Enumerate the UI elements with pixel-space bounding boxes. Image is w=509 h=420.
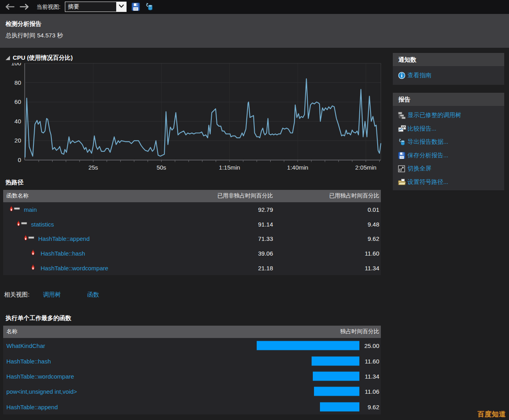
cpu-section-title: CPU (使用情况百分比) — [6, 54, 73, 62]
svg-text:1:15min: 1:15min — [219, 164, 240, 171]
exclusive-percent: 9.48 — [368, 221, 379, 227]
svg-text:1:40min: 1:40min — [287, 164, 308, 171]
hot-path-row: HashTable::append71.339.62 — [3, 231, 381, 246]
link-call-tree[interactable]: 调用树 — [43, 291, 61, 299]
report-action-item-0[interactable]: 显示已修整的调用树 — [393, 109, 504, 122]
hot-path-table-body: main92.790.01statistics91.149.48HashTabl… — [3, 202, 381, 275]
function-link[interactable]: statistics — [31, 221, 54, 227]
inclusive-percent: 71.33 — [258, 235, 273, 242]
report-action-item-label[interactable]: 导出报告数据... — [408, 138, 449, 146]
chevron-glyph — [117, 2, 125, 12]
toolbar: 当前视图: 摘要 — [0, 0, 509, 14]
link-functions[interactable]: 函数 — [87, 291, 99, 299]
flame-icon — [30, 264, 36, 272]
report-action-item-label[interactable]: 设置符号路径... — [408, 178, 449, 186]
compare-reports-icon — [398, 125, 408, 132]
hot-path-icon — [16, 220, 27, 228]
inclusive-percent: 91.14 — [258, 221, 273, 227]
notification-item-label[interactable]: 查看指南 — [408, 72, 431, 79]
top-function-row: WhatKindChar25.00 — [3, 338, 381, 353]
exclusive-time-bar — [257, 341, 359, 350]
function-link[interactable]: pow<int,unsigned int,void> — [6, 388, 77, 395]
fullscreen-icon — [398, 165, 408, 172]
hot-path-row: main92.790.01 — [3, 202, 381, 217]
report-action-item-5[interactable]: 设置符号路径... — [393, 176, 504, 189]
hot-path-table: 函数名称 已用非独占时间百分比 已用独占时间百分比 main92.790.01s… — [3, 190, 381, 275]
col-exclusive-time: 独占时间百分比 — [340, 328, 379, 335]
chevron-down-icon[interactable] — [116, 2, 126, 12]
function-link[interactable]: HashTable::append — [38, 235, 90, 242]
report-panel-body: 显示已修整的调用树比较报告...导出报告数据...保存分析报告...切换全屏设置… — [393, 106, 504, 190]
svg-text:40: 40 — [14, 118, 21, 125]
profiler-summary-screen: 当前视图: 摘要 检测分析报告 总执行时间 54.573 秒 CPU (使用情况… — [0, 0, 509, 420]
notifications-panel-header: 通知数 — [393, 53, 504, 66]
svg-text:80: 80 — [14, 79, 21, 86]
save-report-button[interactable] — [131, 2, 140, 13]
export-data-icon — [398, 138, 408, 146]
svg-text:100: 100 — [11, 63, 21, 66]
report-action-item-label[interactable]: 保存分析报告... — [408, 152, 449, 159]
exclusive-percent: 11.06 — [365, 388, 379, 395]
related-views: 相关视图: 调用树 函数 — [0, 291, 382, 301]
col-name: 名称 — [6, 328, 18, 335]
exclusive-time-bar — [312, 356, 359, 365]
hot-path-table-header: 函数名称 已用非独占时间百分比 已用独占时间百分比 — [3, 190, 381, 202]
hot-path-row: HashTable::wordcompare21.1811.34 — [3, 260, 381, 275]
hot-path-title: 热路径 — [6, 179, 23, 186]
function-link[interactable]: HashTable::append — [6, 403, 58, 410]
svg-text:50s: 50s — [156, 164, 166, 171]
top-function-row: pow<int,unsigned int,void>11.06 — [3, 384, 381, 399]
top-function-row: HashTable::append9.62 — [3, 399, 381, 414]
function-link[interactable]: main — [24, 206, 37, 213]
report-action-item-label[interactable]: 比较报告... — [408, 125, 437, 133]
flame-icon — [30, 250, 36, 257]
notifications-panel-body: 查看指南 — [393, 66, 504, 85]
hot-path-icon — [9, 206, 20, 213]
svg-text:20: 20 — [14, 137, 21, 144]
report-action-item-3[interactable]: 保存分析报告... — [393, 149, 504, 162]
exclusive-percent: 11.34 — [365, 373, 379, 379]
function-link[interactable]: HashTable::hash — [6, 357, 51, 364]
current-view-label: 当前视图: — [37, 0, 60, 14]
call-tree-icon — [398, 112, 408, 119]
function-link[interactable]: WhatKindChar — [6, 342, 45, 349]
hot-path-icon — [23, 235, 35, 242]
save-report-icon — [398, 152, 408, 159]
function-link[interactable]: HashTable::hash — [41, 250, 85, 257]
svg-text:2:05min: 2:05min — [355, 164, 376, 171]
top-function-row: HashTable::hash11.60 — [3, 353, 381, 368]
back-button[interactable] — [5, 3, 15, 12]
function-link[interactable]: HashTable::wordcompare — [41, 264, 108, 271]
exclusive-percent: 25.00 — [364, 342, 379, 349]
top-functions-table: 名称 独占时间百分比 WhatKindChar25.00HashTable::h… — [3, 326, 381, 414]
svg-text:60: 60 — [14, 98, 21, 105]
notification-item-0[interactable]: 查看指南 — [393, 69, 504, 82]
forward-button[interactable] — [19, 3, 29, 12]
report-action-item-4[interactable]: 切换全屏 — [393, 162, 504, 176]
function-link[interactable]: HashTable::wordcompare — [6, 373, 74, 379]
total-time-text: 总执行时间 54.573 秒 — [6, 32, 63, 39]
export-data-button[interactable] — [145, 2, 154, 13]
hot-path-row: HashTable::hash39.0611.60 — [3, 246, 381, 261]
watermark: 百度知道 — [478, 410, 506, 419]
svg-text:25s: 25s — [88, 164, 98, 171]
exclusive-percent: 11.60 — [365, 357, 379, 364]
report-title: 检测分析报告 — [6, 20, 41, 28]
exclusive-percent: 9.62 — [368, 235, 379, 242]
export-icon — [145, 6, 154, 12]
svg-text:0: 0 — [18, 156, 21, 163]
report-action-item-label[interactable]: 显示已修整的调用树 — [408, 111, 461, 119]
top-functions-table-header: 名称 独占时间百分比 — [3, 326, 381, 338]
report-panel-header: 报告 — [393, 93, 504, 106]
col-exclusive-pct: 已用独占时间百分比 — [329, 192, 379, 199]
symbol-path-icon — [398, 179, 408, 186]
cpu-usage-chart[interactable]: 02040608010025s50s1:15min1:40min2:05min — [7, 63, 382, 174]
top-functions-table-body: WhatKindChar25.00HashTable::hash11.60Has… — [3, 338, 381, 414]
top-functions-title: 执行单个工作最多的函数 — [6, 315, 71, 322]
view-dropdown[interactable]: 摘要 — [65, 2, 127, 12]
report-action-item-1[interactable]: 比较报告... — [393, 122, 504, 136]
collapse-triangle-icon[interactable] — [6, 55, 10, 61]
report-action-item-label[interactable]: 切换全屏 — [408, 165, 431, 172]
report-action-item-2[interactable]: 导出报告数据... — [393, 135, 504, 149]
exclusive-time-bar — [313, 371, 359, 381]
